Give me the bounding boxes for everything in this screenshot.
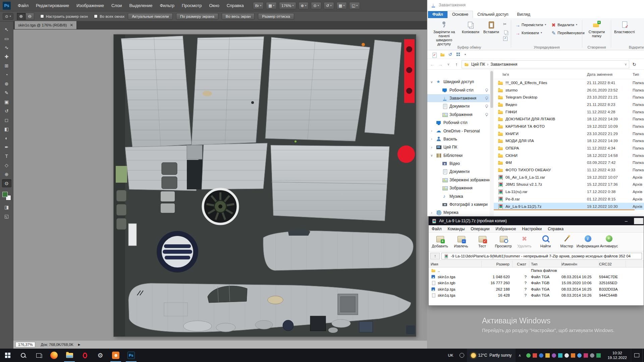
file-row[interactable]: 06_Air_La-9_La-11.rar 19.12.2022 10:07 А… — [494, 174, 644, 181]
properties-button[interactable]: Властивості — [612, 20, 636, 35]
menu-item[interactable]: Редактирование — [32, 0, 73, 11]
scrollbar-thumb[interactable] — [490, 71, 493, 108]
language-indicator[interactable]: UK — [445, 353, 457, 357]
lasso-tool[interactable]: ∿ — [2, 44, 11, 52]
menu-item[interactable]: Файл — [14, 0, 32, 11]
photoshop-canvas[interactable] — [13, 29, 427, 340]
arrange-documents-icon[interactable]: ▦▾ — [336, 2, 347, 9]
ribbon-tab[interactable]: Спільний доступ — [473, 11, 513, 18]
zoom-tool[interactable]: ⊙ — [2, 179, 11, 187]
hand-tool[interactable]: ⊕ — [2, 170, 11, 178]
sidebar-item[interactable]: › OneDrive - Personal — [427, 127, 490, 135]
options-button[interactable]: По размеру экрана — [176, 13, 218, 20]
sidebar-item[interactable]: ∨ Швидкий доступ — [427, 78, 490, 86]
properties-mini-button[interactable] — [431, 52, 436, 57]
column-name[interactable]: Ім'я — [494, 72, 587, 76]
quick-selection-tool[interactable]: ✚ — [2, 53, 11, 61]
tray-icon-10[interactable] — [584, 353, 588, 358]
screen-mode-icon[interactable]: ◱▾ — [349, 2, 360, 9]
hand-icon[interactable]: ⊕▾ — [299, 2, 309, 9]
clock[interactable]: 10:32 19.12.2022 — [603, 351, 631, 360]
file-row[interactable]: Pe-8.rar 01.12.2022 8:15 Архів — [494, 195, 644, 203]
expand-chevron[interactable]: › — [429, 137, 434, 141]
sidebar-item[interactable]: Збережені зображення — [427, 176, 490, 184]
rotate-view-icon[interactable]: ↺▾ — [324, 2, 334, 9]
file-row[interactable]: !!!_000_A_Effects_Files 21.11.2022 8:41 … — [494, 79, 644, 86]
document-tab[interactable]: skin1o.tga @ 176% (RGB/8) ✕ — [15, 21, 77, 29]
archive-file-row[interactable]: skin1o.tga 1 048 620 ? Файл TGA 08.03.20… — [429, 274, 644, 280]
refresh-icon[interactable]: ↻ — [631, 62, 637, 67]
sidebar-item[interactable]: ∨ Бібліотеки — [427, 152, 490, 160]
copy-to-button[interactable]: Копіювати▾ — [513, 29, 548, 36]
undo-icon[interactable]: ↺ — [448, 52, 452, 57]
sidebar-item[interactable]: › Цей ПК — [427, 143, 490, 151]
file-row[interactable]: КАРТИНКИ ТА ФОТО 19.12.2022 10:09 Папка … — [494, 123, 644, 130]
tray-icon-9[interactable] — [577, 353, 582, 358]
people-icon[interactable] — [460, 353, 464, 358]
explorer-button[interactable] — [62, 349, 77, 362]
crop-tool[interactable]: ⊞ — [2, 62, 11, 70]
rename-button[interactable]: Перейменувати — [548, 29, 586, 36]
sidebar-item[interactable]: › Василь — [427, 135, 490, 143]
archive-file-row[interactable]: skin1q.tga 16 428 ? Файл TGA 08.03.2014 … — [429, 292, 644, 299]
tray-icon-3[interactable] — [539, 353, 543, 358]
address-dropdown-chevron[interactable]: ∨ — [625, 62, 627, 66]
marquee-tool[interactable]: ▭ — [2, 35, 11, 43]
archive-file-row[interactable]: skin1p.tga 262 188 ? Файл TGA 08.03.2014… — [429, 286, 644, 293]
show-desktop-button[interactable] — [642, 349, 644, 362]
ribbon-tab[interactable]: Вигляд — [513, 11, 535, 18]
tray-icon-7[interactable] — [565, 353, 569, 358]
foreground-color-swatch[interactable] — [2, 192, 8, 197]
cut-button[interactable] — [502, 22, 508, 27]
toolbar-button[interactable]: Просмотр — [493, 234, 514, 248]
breadcrumb-root[interactable]: Цей ПК — [471, 62, 485, 67]
tray-icon-8[interactable] — [571, 353, 575, 358]
sidebar-item[interactable]: Музика — [427, 192, 490, 200]
tray-icon-6[interactable] — [558, 353, 562, 358]
tray-icon-4[interactable] — [545, 353, 550, 358]
menu-item[interactable]: Фильтр — [156, 0, 178, 11]
toolbar-button[interactable]: Мастер — [556, 234, 577, 248]
options-button[interactable]: Размер оттиска — [258, 13, 294, 20]
copy-path-button[interactable] — [503, 30, 507, 34]
tray-icon-1[interactable] — [526, 353, 531, 358]
file-row[interactable]: Telegram Desktop 23.10.2022 21:21 Папка … — [494, 94, 644, 101]
sidebar-item[interactable]: Документи — [427, 168, 490, 176]
expand-chevron[interactable]: › — [429, 145, 434, 149]
view-extras-button[interactable]: ▦▾ — [266, 2, 277, 9]
move-tool[interactable]: ↖ — [2, 25, 11, 34]
up-level-button[interactable]: ↑ — [430, 253, 440, 259]
photoshop-button[interactable]: Ps — [123, 349, 139, 362]
file-row[interactable]: ФМ 03.09.2022 7:42 Папка файлів — [494, 159, 644, 167]
file-row[interactable]: КНИГИ 23.10.2022 21:29 Папка файлів — [494, 130, 644, 137]
menu-item[interactable]: Операции — [468, 227, 492, 231]
opera-button[interactable] — [77, 349, 93, 362]
show-hidden-icons-chevron[interactable]: ∧ — [516, 353, 524, 358]
sidebar-scrollbar[interactable] — [490, 70, 494, 216]
column-date[interactable]: Дата змінення — [587, 72, 633, 76]
menu-item[interactable]: Изображение — [73, 0, 108, 11]
file-row[interactable]: СКІНИ 18.12.2022 14:58 Папка файлів — [494, 152, 644, 159]
menu-item[interactable]: Файл — [429, 227, 445, 231]
shape-tool[interactable]: ◇ — [2, 161, 11, 169]
paste-button[interactable]: Вставити — [482, 20, 501, 35]
menu-item[interactable]: Справка — [223, 0, 248, 11]
ribbon-tab[interactable]: Файл — [428, 11, 447, 18]
sidebar-item[interactable]: Зображення — [427, 184, 490, 192]
options-button[interactable]: Во весь экран — [222, 13, 255, 20]
tray-icon-11[interactable] — [590, 353, 594, 358]
sidebar-item[interactable]: › Мережа — [427, 208, 490, 216]
menu-item[interactable]: Настройки — [519, 227, 545, 231]
minimize-icon[interactable]: – — [621, 218, 632, 224]
view-grid-icon[interactable] — [455, 52, 461, 57]
sidebar-item[interactable]: Робочий стіл — [427, 86, 490, 94]
zoom-out-toggle[interactable]: ⊖ — [25, 13, 34, 20]
tray-icon-2[interactable] — [533, 353, 537, 358]
file-row[interactable]: La-11(ru).rar 17.12.2022 0:38 Архів — [494, 188, 644, 195]
healing-brush-tool[interactable]: ⊛ — [2, 80, 11, 88]
sidebar-item[interactable]: Відео — [427, 160, 490, 168]
paste-shortcut-button[interactable] — [502, 36, 508, 42]
file-row[interactable]: J8M1 Shusui v2.1.7z 15.12.2022 17:36 Арх… — [494, 181, 644, 188]
address-box[interactable]: Цей ПК › Завантаження ∨ — [462, 60, 629, 68]
menu-item[interactable]: Команды — [445, 227, 468, 231]
